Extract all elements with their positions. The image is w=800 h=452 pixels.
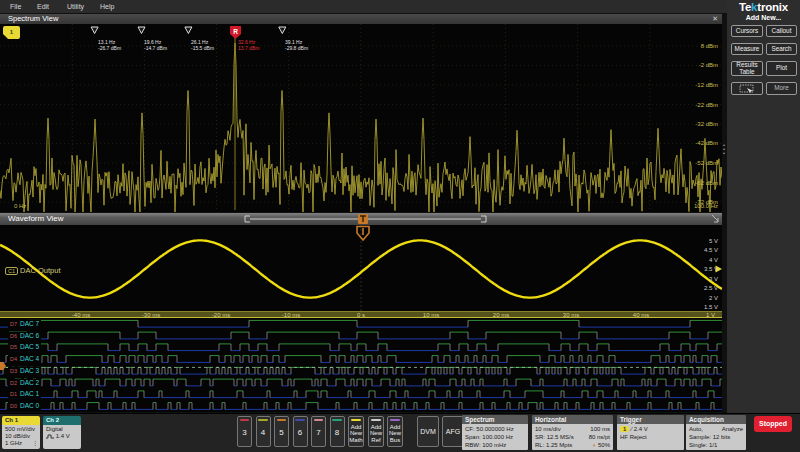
svg-text:R: R bbox=[233, 28, 238, 35]
